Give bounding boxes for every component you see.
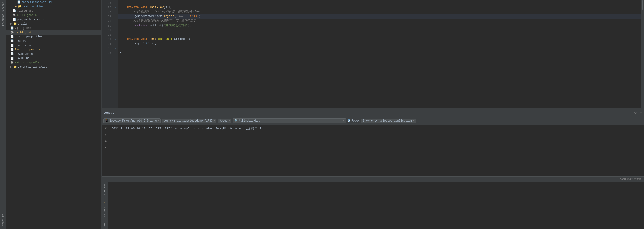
readme-en-label: README.en.md <box>15 53 34 56</box>
code-line-25 <box>118 1 641 5</box>
external-libs-item[interactable]: ▶ 📁 External Libraries <box>6 65 102 69</box>
log-action-buttons: 🗑 ⬇ ▲ ▼ <box>102 125 110 176</box>
code-line-32 <box>118 32 641 37</box>
gutter-col: ▶ ▶ ▶ ▶ <box>113 0 118 108</box>
test-unit-label: test [unitTest] <box>22 5 47 8</box>
status-bar: CSDN @淡淡的香烟 <box>102 176 644 182</box>
build-variants-tab[interactable]: Build Variants <box>103 204 106 229</box>
gitignore2-label: .gitignore <box>15 27 31 30</box>
logcat-minimize-icon[interactable]: − <box>640 111 642 115</box>
regex-label: Regex <box>352 119 360 122</box>
device-icon: 📱 <box>105 119 108 122</box>
logcat-down-btn[interactable]: ▼ <box>104 145 108 150</box>
log-level-selector[interactable]: Debug ▼ <box>218 119 232 123</box>
editor-right-scrollbar[interactable] <box>641 0 644 108</box>
log-level-chevron-icon: ▼ <box>228 119 230 122</box>
logcat-title: Logcat <box>104 111 114 115</box>
external-libs-icon: 📁 <box>14 65 17 69</box>
editor-scrollbar-thumb <box>642 1 643 10</box>
structure-tab[interactable]: Structure <box>1 212 5 229</box>
gradlew-bat-item[interactable]: 📄 gradlew.bat <box>6 43 102 48</box>
code-line-35: } <box>118 46 641 51</box>
proguard-label: proguard-rules.pro <box>17 18 46 21</box>
status-bar-right-text: CSDN @淡淡的香烟 <box>620 177 641 181</box>
gradle-props-label: gradle.properties <box>15 35 42 38</box>
xml-file-icon: 📄 <box>17 1 21 4</box>
gradlew-item[interactable]: 📄 gradlew <box>6 39 102 43</box>
package-chevron-icon: ▼ <box>214 119 215 122</box>
gradle-props-icon: 📄 <box>10 35 14 38</box>
settings-gradle-label: settings.gradle <box>15 61 39 64</box>
settings-gradle-item[interactable]: 🐘 settings.gradle <box>6 60 102 65</box>
gradlew-icon: 📄 <box>10 39 14 43</box>
build-gradle1-item[interactable]: 🐘 build.gradle <box>6 13 102 17</box>
gradle-folder-icon: 📁 <box>14 22 17 26</box>
device-label: Netease MuMu Android 6.0.1, A <box>109 119 157 122</box>
logcat-header: Logcat ⚙ − <box>102 109 644 117</box>
test-folder-icon: 📁 <box>18 5 21 8</box>
clear-search-icon[interactable]: ✕ <box>343 119 344 122</box>
code-line-27: //传递当前activity给解析器，进行初始化view <box>118 10 641 14</box>
search-box[interactable]: 🔍 ✕ <box>233 118 346 123</box>
log-level-label: Debug <box>219 119 228 122</box>
local-props-item[interactable]: 📄 local.properties <box>6 48 102 52</box>
android-manifest-item[interactable]: 📄 AndroidManifest.xml <box>6 0 102 4</box>
code-line-31: } <box>118 28 641 32</box>
build-gradle2-item[interactable]: 🐘 build.gradle <box>6 30 102 35</box>
package-label: com.example.aopstudydemo (1787 <box>164 119 212 122</box>
android-manifest-label: AndroidManifest.xml <box>22 1 53 4</box>
favorites-tab[interactable]: Favorites <box>103 182 106 199</box>
search-icon: 🔍 <box>234 119 238 123</box>
code-content[interactable]: private void initView() { //传递当前activity… <box>118 0 641 108</box>
left-panel-tabs: Resource Manager Structure <box>0 0 6 229</box>
logcat-panel: Logcat ⚙ − 📱 Netease MuMu Android 6.0.1,… <box>102 108 644 176</box>
gitignore1-item[interactable]: 📄 .gitignore <box>6 9 102 13</box>
gradle-folder-chevron: ▶ <box>10 22 12 26</box>
show-only-selected-chevron-icon: ▼ <box>413 119 414 122</box>
line-numbers-col: 25 26 27 28 29 30 31 32 33 34 35 36 <box>102 0 113 108</box>
external-libs-chevron: ▶ <box>10 65 12 69</box>
logcat-clear-btn[interactable]: 🗑 <box>104 126 108 131</box>
proguard-icon: 📄 <box>13 18 16 21</box>
logcat-up-btn[interactable]: ▲ <box>104 139 108 144</box>
regex-check-label[interactable]: Regex <box>348 119 360 122</box>
gradlew-label: gradlew <box>15 40 26 43</box>
code-line-26: private void initView() { <box>118 5 641 10</box>
code-line-33: private void test(@NonNull String s) { <box>118 37 641 41</box>
test-unit-item[interactable]: ▶ 📁 test [unitTest] <box>6 4 102 9</box>
gradlew-bat-label: gradlew.bat <box>15 44 33 47</box>
code-line-28: MyBindViewParser.inject( object: this); <box>118 14 641 19</box>
gitignore1-label: .gitignore <box>17 9 33 13</box>
gradle-props-item[interactable]: 📄 gradle.properties <box>6 35 102 39</box>
gradle-folder-label: gradle <box>18 22 28 26</box>
gradle1-icon: 🐘 <box>13 14 16 17</box>
external-libs-label: External Libraries <box>18 65 47 69</box>
resource-manager-tab[interactable]: Resource Manager <box>1 0 5 28</box>
show-only-selected-btn[interactable]: Show only selected application ▼ <box>361 119 416 123</box>
logcat-scroll-down-btn[interactable]: ⬇ <box>104 132 108 137</box>
device-selector[interactable]: 📱 Netease MuMu Android 6.0.1, A ▼ <box>104 118 160 123</box>
search-input[interactable] <box>239 119 343 122</box>
log-entry-text: 2022-11-30 09:39:45.195 1787-1787/com.ex… <box>112 127 262 131</box>
logcat-content[interactable]: 2022-11-30 09:39:45.195 1787-1787/com.ex… <box>110 125 644 176</box>
gitignore2-icon: 📄 <box>10 26 14 30</box>
readme-en-item[interactable]: 📄 README.en.md <box>6 52 102 56</box>
readme-item[interactable]: 📄 README.md <box>6 56 102 60</box>
far-right-panel: Favorites ★ Build Variants <box>102 182 108 229</box>
local-props-label: local.properties <box>15 48 41 51</box>
editor-main: 25 26 27 28 29 30 31 32 33 34 35 36 <box>102 0 644 182</box>
editor-container: 25 26 27 28 29 30 31 32 33 34 35 36 <box>102 0 644 182</box>
proguard-item[interactable]: 📄 proguard-rules.pro <box>6 17 102 22</box>
right-area: 25 26 27 28 29 30 31 32 33 34 35 36 <box>102 0 644 229</box>
gitignore2-item[interactable]: 📄 .gitignore <box>6 26 102 30</box>
gradle-folder-item[interactable]: ▶ 📁 gradle <box>6 22 102 26</box>
regex-checkbox[interactable] <box>348 119 350 122</box>
package-selector[interactable]: com.example.aopstudydemo (1787 ▼ <box>162 119 216 123</box>
settings-gradle-icon: 🐘 <box>10 61 14 64</box>
code-line-29: //这里就已经是初始化完毕了，可以进行使用了 <box>118 19 641 23</box>
logcat-settings-icon[interactable]: ⚙ <box>634 111 636 115</box>
code-editor[interactable]: 25 26 27 28 29 30 31 32 33 34 35 36 <box>102 0 644 108</box>
local-props-icon: 📄 <box>10 48 14 51</box>
main-area: Resource Manager Structure 📄 AndroidMani… <box>0 0 644 229</box>
folder-icon: ▶ <box>15 5 16 8</box>
